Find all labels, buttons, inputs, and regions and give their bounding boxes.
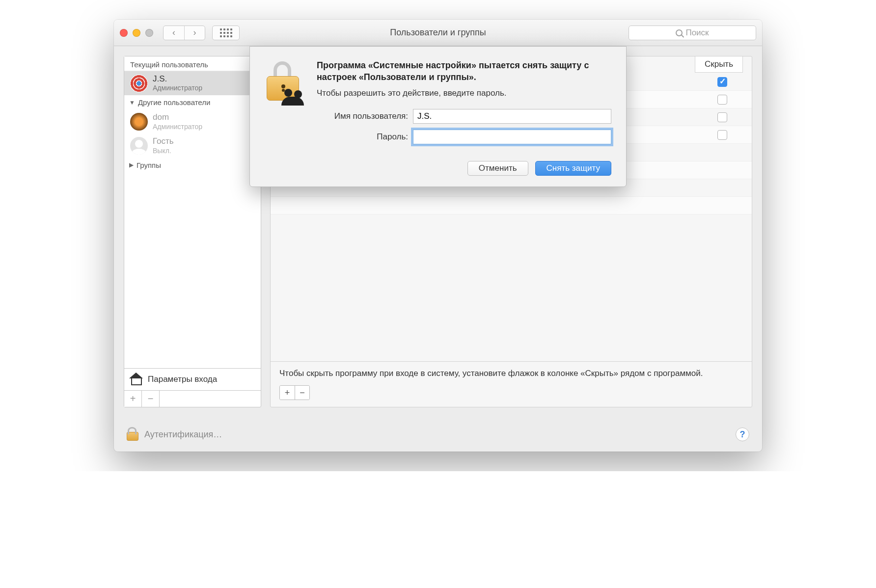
- other-users-header[interactable]: ▼ Другие пользователи: [124, 95, 261, 109]
- house-icon: [130, 374, 143, 385]
- login-items-add-remove: + −: [271, 385, 752, 407]
- groups-label: Группы: [137, 161, 161, 169]
- auth-dialog: Программа «Системные настройки» пытается…: [249, 46, 627, 187]
- zoom-window-icon: [145, 29, 153, 37]
- search-placeholder: Поиск: [685, 28, 709, 38]
- grid-icon: [220, 28, 232, 37]
- disclosure-triangle-right-icon: ▶: [129, 161, 134, 168]
- user-name: dom: [153, 112, 202, 122]
- list-item[interactable]: [271, 197, 752, 214]
- minimize-window-icon[interactable]: [133, 29, 140, 37]
- login-options-row[interactable]: Параметры входа: [124, 368, 261, 390]
- unlock-button[interactable]: Снять защиту: [535, 161, 611, 176]
- auth-status-text: Аутентификация…: [144, 429, 222, 440]
- forward-button[interactable]: ›: [184, 26, 205, 40]
- password-input[interactable]: [413, 130, 611, 144]
- show-all-button[interactable]: [212, 26, 240, 40]
- search-icon: [676, 29, 683, 36]
- username-input[interactable]: [413, 109, 611, 124]
- nav-back-forward: ‹ ›: [163, 26, 205, 40]
- lock-icon[interactable]: [127, 428, 137, 441]
- users-sidebar: Текущий пользователь J.S. Администратор …: [124, 56, 261, 407]
- username-label: Имя пользователя:: [317, 111, 408, 121]
- traffic-lights: [120, 29, 153, 37]
- current-user-header: Текущий пользователь: [124, 56, 261, 71]
- hide-checkbox[interactable]: [717, 77, 727, 87]
- avatar-icon: [130, 75, 148, 92]
- dialog-title: Программа «Системные настройки» пытается…: [317, 59, 611, 83]
- security-lock-icon: [265, 61, 305, 106]
- password-label: Пароль:: [317, 132, 408, 142]
- avatar-icon: [130, 137, 148, 155]
- avatar-icon: [130, 113, 148, 131]
- hide-column-header: Скрыть: [695, 56, 743, 73]
- hide-checkbox[interactable]: [717, 112, 727, 122]
- dialog-subtitle: Чтобы разрешить это действие, введите па…: [317, 88, 611, 98]
- cancel-button[interactable]: Отменить: [467, 161, 528, 176]
- add-item-button[interactable]: +: [280, 386, 295, 400]
- user-name: J.S.: [153, 74, 202, 84]
- hide-checkbox[interactable]: [717, 95, 727, 105]
- groups-header[interactable]: ▶ Группы: [124, 158, 261, 172]
- back-button[interactable]: ‹: [164, 26, 184, 40]
- remove-user-button[interactable]: −: [142, 391, 160, 407]
- sidebar-user-guest[interactable]: Гость Выкл.: [124, 134, 261, 158]
- login-options-label: Параметры входа: [148, 374, 217, 384]
- lock-footer: Аутентификация… ?: [114, 417, 762, 452]
- other-users-label: Другие пользователи: [138, 98, 210, 107]
- hide-checkbox[interactable]: [717, 130, 727, 140]
- user-role: Администратор: [153, 123, 202, 131]
- hide-hint-text: Чтобы скрыть программу при входе в систе…: [271, 362, 752, 385]
- sidebar-user-current[interactable]: J.S. Администратор: [124, 71, 261, 95]
- titlebar: ‹ › Пользователи и группы Поиск: [114, 20, 762, 46]
- add-user-button[interactable]: +: [124, 391, 142, 407]
- user-role: Выкл.: [153, 147, 174, 155]
- sidebar-add-remove: + −: [124, 390, 261, 407]
- disclosure-triangle-down-icon: ▼: [129, 99, 135, 106]
- user-role: Администратор: [153, 84, 202, 92]
- search-field[interactable]: Поиск: [629, 26, 756, 40]
- remove-item-button[interactable]: −: [295, 386, 309, 400]
- close-window-icon[interactable]: [120, 29, 128, 37]
- help-button[interactable]: ?: [736, 428, 749, 441]
- sidebar-user-dom[interactable]: dom Администратор: [124, 109, 261, 134]
- system-preferences-window: ‹ › Пользователи и группы Поиск Текущий …: [114, 20, 762, 452]
- user-name: Гость: [153, 136, 174, 146]
